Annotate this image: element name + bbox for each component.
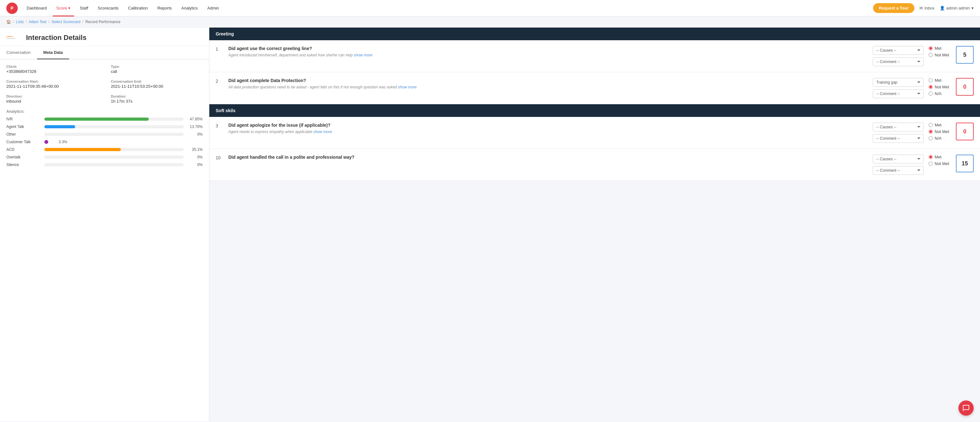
nav-right: Request a Tour ✉ Inbox 👤 admin admin ▾	[873, 3, 974, 13]
show-more-link-q3[interactable]: show more	[313, 130, 332, 134]
question-row-10: 10 Did agent handled the call in a polit…	[209, 149, 980, 181]
question-row-3: 3 Did agent apologize for the issue (if …	[209, 117, 980, 149]
radio-group-q10: Met Not Met	[929, 155, 951, 166]
request-tour-button[interactable]: Request a Tour	[873, 3, 914, 13]
nav-score[interactable]: Score ▾	[52, 0, 74, 16]
analytics-ivr: IVR 47.85%	[6, 117, 203, 121]
score-box-q1: 5	[956, 46, 974, 64]
section-header-soft-skills: Soft skils	[209, 104, 980, 117]
section-header-greeting: Greeting	[209, 27, 980, 40]
radio-group-q2: Met Not Met N/A	[929, 78, 951, 96]
nav-reports[interactable]: Reports	[153, 0, 176, 16]
score-box-q2: 0	[956, 78, 974, 96]
nav-admin[interactable]: Admin	[204, 0, 223, 16]
user-icon: 👤	[940, 6, 945, 11]
breadcrumb-lists[interactable]: Lists	[16, 20, 24, 24]
main-layout: GENESYS moments connected Interaction De…	[0, 27, 980, 421]
left-panel: GENESYS moments connected Interaction De…	[0, 27, 209, 421]
breadcrumb-record-performance: Record Performance	[85, 20, 121, 24]
chat-button[interactable]	[958, 400, 974, 416]
nav-links: Dashboard Score ▾ Staff Scorecards Calib…	[23, 0, 873, 16]
causes-dropdown-q3[interactable]: -- Causes -- Training gap	[873, 122, 924, 132]
right-panel: Greeting 1 Did agent use the correct gre…	[209, 27, 980, 421]
tab-meta-data[interactable]: Meta Data	[37, 46, 69, 59]
navbar: P Dashboard Score ▾ Staff Scorecards Cal…	[0, 0, 980, 16]
admin-menu[interactable]: 👤 admin admin ▾	[940, 6, 974, 11]
radio-na-q3[interactable]: N/A	[929, 136, 951, 141]
field-conv-end: Conversation End: 2021-11-11T10:53:25+00…	[111, 79, 203, 89]
radio-group-q1: Met Not Met	[929, 46, 951, 57]
chevron-down-icon: ▾	[971, 6, 974, 11]
question-row-2: 2 Did agent complete Data Protection? Al…	[209, 72, 980, 104]
comment-dropdown-q3[interactable]: -- Comment -- Good	[873, 134, 924, 143]
analytics-customer-talk: Customer Talk 3.3%	[6, 140, 203, 144]
question-controls-q2: -- Causes -- Training gap System issue -…	[873, 78, 974, 98]
field-type: Type: call	[111, 65, 203, 74]
breadcrumb: 🏠 / Lists / Adam Test / Select Scorecard…	[0, 16, 980, 27]
show-more-link-q2[interactable]: show more	[398, 85, 417, 89]
radio-met-q1[interactable]: Met	[929, 46, 951, 51]
meta-content-scroll[interactable]: Client: +353868047329 Type: call Convers…	[0, 60, 209, 421]
analytics-overtalk: Overtalk 0%	[6, 155, 203, 159]
radio-na-q2[interactable]: N/A	[929, 91, 951, 96]
question-controls-q10: -- Causes -- Training gap -- Comment -- …	[873, 155, 974, 175]
question-controls-q3: -- Causes -- Training gap -- Comment -- …	[873, 122, 974, 143]
app-logo: P	[6, 3, 18, 14]
interaction-header: GENESYS moments connected Interaction De…	[0, 27, 209, 46]
radio-not-met-q1[interactable]: Not Met	[929, 52, 951, 57]
breadcrumb-adam-test[interactable]: Adam Test	[29, 20, 46, 24]
causes-dropdown-q2[interactable]: -- Causes -- Training gap System issue	[873, 78, 924, 87]
tab-conversation[interactable]: Conversation	[0, 46, 37, 59]
show-more-link-q1[interactable]: show more	[354, 53, 373, 57]
svg-text:P: P	[11, 6, 13, 11]
radio-not-met-q2[interactable]: Not Met	[929, 84, 951, 89]
breadcrumb-select-scorecard[interactable]: Select Scorecard	[51, 20, 80, 24]
nav-analytics[interactable]: Analytics	[178, 0, 202, 16]
tab-bar: Conversation Meta Data	[0, 46, 209, 60]
causes-dropdown-q1[interactable]: -- Causes -- Training gap System issue	[873, 46, 924, 55]
radio-met-q2[interactable]: Met	[929, 78, 951, 83]
svg-text:moments connected: moments connected	[6, 38, 15, 39]
comment-dropdown-q10[interactable]: -- Comment -- Good	[873, 166, 924, 175]
nav-scorecards[interactable]: Scorecards	[94, 0, 123, 16]
comment-dropdown-q1[interactable]: -- Comment -- Good Needs improvement	[873, 57, 924, 66]
nav-staff[interactable]: Staff	[76, 0, 92, 16]
inbox-icon: ✉	[920, 6, 923, 11]
field-conv-start: Conversation Start: 2021-11-11T09:35:48+…	[6, 79, 98, 89]
analytics-section: Analytics: IVR 47.85% Agent Talk	[6, 109, 203, 167]
analytics-acd: ACD 35.1%	[6, 148, 203, 152]
chevron-down-icon: ▾	[68, 6, 70, 11]
home-icon[interactable]: 🏠	[6, 20, 11, 24]
nav-dashboard[interactable]: Dashboard	[23, 0, 51, 16]
radio-met-q3[interactable]: Met	[929, 122, 951, 127]
page-title: Interaction Details	[26, 33, 87, 42]
field-duration: Duration: 1h 17m 37s	[111, 94, 203, 103]
causes-dropdown-q10[interactable]: -- Causes -- Training gap	[873, 155, 924, 163]
radio-group-q3: Met Not Met N/A	[929, 122, 951, 141]
question-controls-q1: -- Causes -- Training gap System issue -…	[873, 46, 974, 66]
genesys-logo: GENESYS moments connected	[6, 33, 22, 42]
nav-calibration[interactable]: Calibration	[124, 0, 151, 16]
comment-dropdown-q2[interactable]: -- Comment -- Good	[873, 89, 924, 98]
radio-not-met-q3[interactable]: Not Met	[929, 129, 951, 134]
score-box-q3: 0	[956, 122, 974, 140]
radio-not-met-q10[interactable]: Not Met	[929, 161, 951, 166]
field-direction: Direction: inbound	[6, 94, 98, 103]
question-row-1: 1 Did agent use the correct greeting lin…	[209, 40, 980, 72]
analytics-agent-talk: Agent Talk 13.76%	[6, 125, 203, 129]
meta-grid: Client: +353868047329 Type: call Convers…	[6, 65, 203, 103]
inbox-link[interactable]: ✉ Inbox	[920, 6, 935, 11]
analytics-other: Other 0%	[6, 132, 203, 136]
field-client: Client: +353868047329	[6, 65, 98, 74]
svg-text:GENESYS: GENESYS	[6, 36, 13, 37]
meta-content: Client: +353868047329 Type: call Convers…	[0, 60, 209, 175]
score-box-q10: 15	[956, 155, 974, 172]
radio-met-q10[interactable]: Met	[929, 155, 951, 159]
analytics-silence: Silence 0%	[6, 163, 203, 167]
